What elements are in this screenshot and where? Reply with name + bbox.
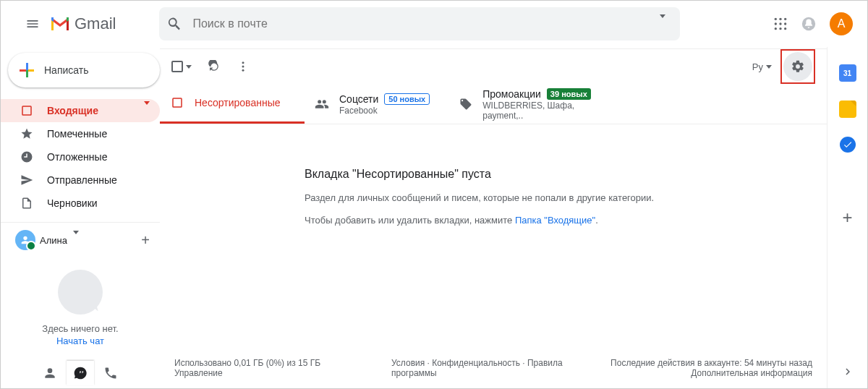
tab-promotions[interactable]: Промоакции 39 новых WILDBERRIES, Шафа, p… <box>449 84 616 124</box>
input-language-button[interactable]: Ру <box>752 61 772 72</box>
hangouts-tab-contacts[interactable] <box>36 361 64 385</box>
nav-sent[interactable]: Отправленные <box>1 168 160 192</box>
clock-icon <box>20 150 34 164</box>
sidebar: Написать Входящие Помеченные Отложенные … <box>1 47 160 388</box>
svg-point-10 <box>242 61 244 64</box>
svg-point-3 <box>775 22 777 25</box>
apps-grid-icon[interactable] <box>773 17 788 31</box>
svg-point-11 <box>242 66 244 68</box>
gmail-m-icon <box>50 16 70 32</box>
user-avatar-icon <box>15 230 35 250</box>
hangouts-tabs <box>1 361 160 388</box>
chevron-down-icon <box>766 65 772 69</box>
empty-title: Вкладка "Несортированные" пуста <box>305 168 809 181</box>
tab-social[interactable]: Соцсети 50 новых Facebook <box>305 84 449 124</box>
header: Gmail А <box>1 1 867 47</box>
tag-icon <box>459 97 472 111</box>
inbox-icon <box>170 95 184 110</box>
collapse-rightbar-button[interactable] <box>841 365 854 378</box>
empty-line2: Чтобы добавить или удалить вкладки, нажм… <box>305 215 809 226</box>
main: Ру Несортированные Соцсети <box>160 48 827 388</box>
gmail-logo[interactable]: Gmail <box>50 14 116 33</box>
plus-icon <box>18 61 35 79</box>
collapse-caret-icon <box>144 105 150 116</box>
nav-starred[interactable]: Помеченные <box>1 122 160 145</box>
svg-point-0 <box>775 18 777 20</box>
people-icon <box>315 97 329 111</box>
start-chat-link[interactable]: Начать чат <box>56 335 104 346</box>
svg-point-4 <box>779 22 781 25</box>
account-avatar[interactable]: А <box>830 12 853 35</box>
document-icon <box>20 196 34 210</box>
notifications-bell-icon[interactable] <box>801 16 817 32</box>
search-options-caret[interactable] <box>652 15 673 33</box>
svg-point-7 <box>779 27 781 30</box>
calendar-addon[interactable]: 31 <box>839 64 856 82</box>
svg-point-12 <box>242 69 244 72</box>
toolbar: Ру <box>160 49 827 84</box>
settings-highlight-box <box>780 49 815 84</box>
hangouts-tab-chat[interactable] <box>67 361 94 385</box>
svg-point-1 <box>779 18 781 20</box>
svg-point-5 <box>784 22 786 25</box>
category-tabs: Несортированные Соцсети 50 новых Faceboo… <box>160 84 827 124</box>
empty-state: Вкладка "Несортированные" пуста Раздел д… <box>160 124 827 348</box>
tab-primary[interactable]: Несортированные <box>160 84 305 124</box>
svg-point-8 <box>784 27 786 30</box>
select-all-checkbox[interactable] <box>171 61 192 72</box>
footer: Использовано 0,01 ГБ (0%) из 15 ГБ Управ… <box>160 348 827 388</box>
add-addon-button[interactable]: + <box>842 208 852 228</box>
search-icon <box>166 16 182 32</box>
empty-line1: Раздел для личных сообщений и писем, кот… <box>305 192 809 203</box>
last-activity: Последние действия в аккаунте: 54 минуты… <box>610 358 812 368</box>
nav-inbox[interactable]: Входящие <box>1 99 160 122</box>
settings-gear-button[interactable] <box>783 52 812 81</box>
inbox-settings-link[interactable]: Папка "Входящие" <box>515 215 595 226</box>
nav: Входящие Помеченные Отложенные Отправлен… <box>1 99 160 215</box>
search-input[interactable] <box>192 17 652 30</box>
nav-snoozed[interactable]: Отложенные <box>1 145 160 168</box>
chevron-down-icon <box>186 65 192 69</box>
footer-policies[interactable]: Условия · Конфиденциальность · Правила п… <box>391 358 567 378</box>
refresh-button[interactable] <box>208 60 221 73</box>
unread-badge: 50 новых <box>384 93 430 105</box>
checkbox-icon <box>171 61 183 72</box>
search-wrap <box>159 7 708 40</box>
unread-badge: 39 новых <box>547 88 591 100</box>
svg-point-6 <box>775 27 777 30</box>
hamburger-menu-button[interactable] <box>15 7 50 41</box>
search-box[interactable] <box>159 7 680 40</box>
gmail-wordmark: Gmail <box>75 14 116 33</box>
hangouts-user-row[interactable]: Алина + <box>1 222 160 250</box>
manage-storage-link[interactable]: Управление <box>174 368 348 378</box>
tasks-addon[interactable] <box>840 137 856 153</box>
new-chat-plus-button[interactable]: + <box>141 232 150 249</box>
compose-button[interactable]: Написать <box>8 53 160 87</box>
speech-bubble-icon <box>58 270 103 315</box>
more-button[interactable] <box>237 60 250 73</box>
nav-drafts[interactable]: Черновики <box>1 192 160 215</box>
inbox-icon <box>20 103 34 118</box>
activity-details-link[interactable]: Дополнительная информация <box>610 368 812 378</box>
header-icons: А <box>773 12 853 35</box>
chevron-down-icon <box>73 234 79 246</box>
send-icon <box>20 173 34 187</box>
keep-addon[interactable] <box>839 101 856 118</box>
star-icon <box>20 127 34 141</box>
storage-used: Использовано 0,01 ГБ (0%) из 15 ГБ <box>174 358 348 368</box>
right-sidebar: 31 + <box>827 47 867 388</box>
hangouts-tab-phone[interactable] <box>97 361 124 385</box>
svg-point-2 <box>784 18 786 20</box>
hangouts-empty: Здесь ничего нет. Начать чат <box>1 250 160 361</box>
